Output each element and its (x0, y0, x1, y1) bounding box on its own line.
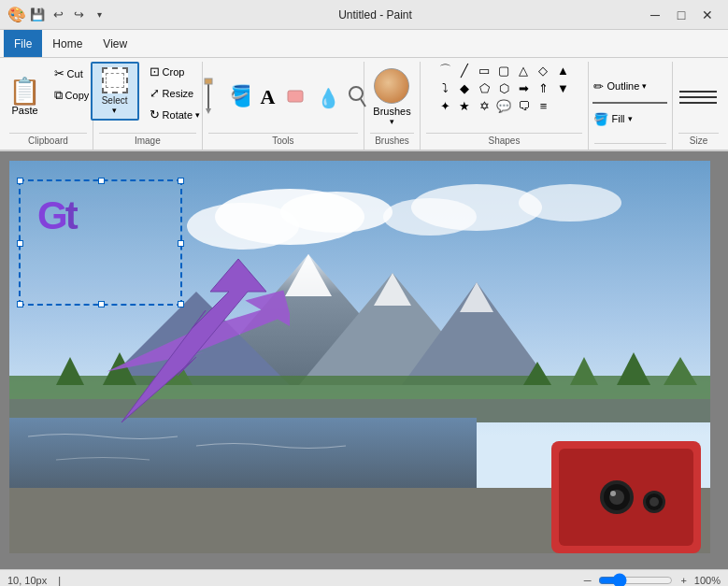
undo-button[interactable]: ↩ (49, 6, 67, 24)
shape-4point[interactable]: ✦ (435, 97, 454, 114)
cut-icon: ✂ (54, 66, 64, 80)
fill-tool[interactable]: 🪣 (225, 73, 253, 121)
pencil-tool[interactable] (194, 73, 222, 121)
cut-button[interactable]: ✂ Cut (50, 64, 94, 83)
cut-label: Cut (67, 68, 83, 79)
svg-marker-1 (206, 108, 211, 114)
size-line-2[interactable] (679, 96, 717, 98)
crop-icon: ⊡ (150, 64, 160, 79)
ribbon-group-outline: ✏ Outline ▾ 🪣 Fill ▾ (589, 62, 673, 150)
fill-icon: 🪣 (593, 112, 608, 126)
clipboard-label: Clipboard (9, 133, 87, 148)
crop-label: Crop (163, 66, 185, 78)
shape-more[interactable]: ≡ (534, 97, 552, 114)
clipboard-sub: ✂ Cut ⧉ Copy (50, 62, 94, 133)
shape-pentagon[interactable]: ⬠ (475, 79, 493, 96)
select-button[interactable]: Select ▾ (91, 62, 139, 121)
size-label: Size (678, 133, 719, 148)
shape-rect-rounded[interactable]: ▢ (494, 62, 513, 79)
copy-icon: ⧉ (54, 88, 63, 103)
text-icon: A (260, 85, 275, 109)
ribbon-group-shapes: ⌒ ╱ ▭ ▢ △ ◇ ▲ ⤵ ◆ ⬠ ⬡ ➡ ⇑ ▼ (421, 62, 589, 150)
shape-star5[interactable]: ★ (455, 97, 474, 114)
fill-label: Fill (611, 113, 624, 124)
fill-button[interactable]: 🪣 Fill ▾ (589, 109, 671, 129)
zoom-level: 100% (694, 575, 721, 586)
close-button[interactable]: ✕ (694, 2, 721, 28)
shape-diamond2[interactable]: ◆ (455, 79, 474, 96)
ribbon-group-tools: 🪣 A 💧 Tools (203, 62, 364, 150)
eraser-tool[interactable] (281, 73, 309, 121)
brushes-icon (374, 68, 409, 104)
zoom-out-button[interactable]: ─ (584, 575, 592, 586)
brushes-button[interactable]: Brushes ▾ (366, 62, 417, 133)
select-icon (102, 67, 128, 93)
canvas[interactable]: Gt (9, 161, 710, 553)
svg-point-41 (610, 491, 616, 496)
status-coordinates: 10, 10px (7, 575, 47, 586)
size-line-3[interactable] (679, 102, 717, 104)
window-title: Untitled - Paint (114, 8, 636, 21)
canvas-area[interactable]: Gt (0, 151, 728, 569)
shapes-content: ⌒ ╱ ▭ ▢ △ ◇ ▲ ⤵ ◆ ⬠ ⬡ ➡ ⇑ ▼ (435, 62, 572, 133)
outline-group-label (594, 143, 666, 148)
shape-hexagon[interactable]: ⬡ (494, 79, 513, 96)
copy-button[interactable]: ⧉ Copy (50, 85, 94, 106)
minimize-button[interactable]: ─ (642, 2, 668, 28)
shape-star6[interactable]: ✡ (475, 97, 493, 114)
shape-curve[interactable]: ⌒ (435, 62, 454, 79)
svg-point-14 (519, 184, 621, 222)
shape-arrow-1[interactable]: ⤵ (435, 79, 454, 96)
svg-point-40 (649, 497, 659, 507)
image-label: Image (99, 133, 196, 148)
color-picker-tool[interactable]: 💧 (312, 73, 340, 121)
zoom-slider[interactable] (598, 573, 673, 587)
shape-diamond[interactable]: ◇ (534, 62, 552, 79)
save-button[interactable]: 💾 (28, 6, 47, 24)
maximize-button[interactable]: □ (668, 2, 694, 28)
shape-arrow-2[interactable]: ⇑ (534, 79, 552, 96)
resize-label: Resize (163, 88, 194, 99)
image-content: Select ▾ ⊡ Crop ⤢ Resize ↻ Rotate ▾ (91, 62, 205, 133)
shape-scroll-down[interactable] (553, 97, 572, 114)
landscape-svg (9, 161, 710, 553)
canvas-scroll[interactable]: Gt (0, 151, 728, 569)
size-line-1[interactable] (679, 91, 717, 93)
shape-rect[interactable]: ▭ (475, 62, 493, 79)
menu-file[interactable]: File (4, 30, 42, 57)
paste-button[interactable]: 📋 Paste (3, 62, 48, 133)
customize-button[interactable]: ▾ (90, 6, 108, 24)
crop-button[interactable]: ⊡ Crop (145, 62, 190, 81)
redo-button[interactable]: ↪ (69, 6, 88, 24)
rotate-label: Rotate (163, 109, 193, 121)
resize-button[interactable]: ⤢ Resize (145, 83, 199, 103)
menu-view[interactable]: View (93, 30, 137, 57)
svg-text:🪣: 🪣 (230, 83, 250, 108)
shape-scroll-up[interactable]: ▲ (553, 62, 572, 79)
copy-label: Copy (65, 90, 90, 101)
shape-callout2[interactable]: 🗨 (514, 97, 533, 114)
shape-scroll-mid[interactable]: ▼ (553, 79, 572, 96)
status-separator: | (58, 575, 61, 586)
svg-rect-2 (205, 79, 212, 84)
text-tool[interactable]: A (256, 81, 278, 113)
shape-triangle[interactable]: △ (514, 62, 533, 79)
menu-home[interactable]: Home (42, 30, 93, 57)
divider (592, 102, 667, 104)
svg-rect-31 (9, 418, 477, 493)
ribbon-group-brushes: Brushes ▾ Brushes (364, 62, 421, 150)
ribbon-group-size: Size (673, 62, 724, 150)
shapes-grid: ⌒ ╱ ▭ ▢ △ ◇ ▲ ⤵ ◆ ⬠ ⬡ ➡ ⇑ ▼ (435, 62, 572, 114)
select-label: Select (102, 95, 128, 106)
outline-button[interactable]: ✏ Outline ▾ (589, 77, 671, 96)
gt-t-letter: t (65, 193, 76, 237)
brushes-label: Brushes (373, 106, 410, 117)
app-icon: 🎨 (7, 6, 26, 23)
svg-rect-4 (288, 91, 303, 102)
shape-callout1[interactable]: 💬 (494, 97, 513, 114)
size-lines (676, 87, 721, 107)
title-bar: 🎨 💾 ↩ ↪ ▾ Untitled - Paint ─ □ ✕ (0, 0, 728, 30)
shape-line[interactable]: ╱ (455, 62, 474, 79)
zoom-in-button[interactable]: + (680, 575, 686, 586)
shape-arrow-right[interactable]: ➡ (514, 79, 533, 96)
